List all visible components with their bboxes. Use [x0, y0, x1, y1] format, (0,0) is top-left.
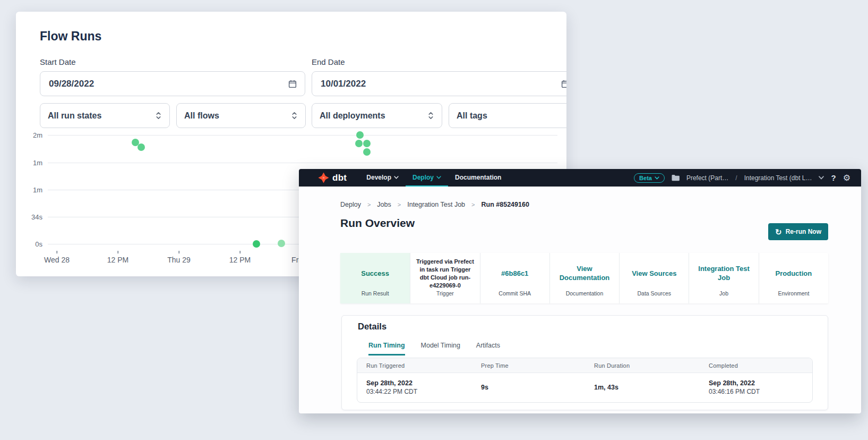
status-card-value: Success [340, 253, 410, 290]
y-axis-tick-label: 2m [16, 131, 42, 139]
beta-toggle[interactable]: Beta [634, 173, 665, 183]
flow-run-data-point[interactable] [363, 148, 371, 156]
beta-label: Beta [639, 175, 652, 181]
y-axis-tick-label: 34s [16, 213, 42, 221]
status-card-value[interactable]: Production [759, 253, 828, 290]
cell-main-text: Sep 28th, 2022 [709, 379, 812, 387]
flow-run-data-point[interactable] [363, 140, 371, 147]
nav-item-label: Documentation [455, 174, 501, 181]
run-timing-table: Run TriggeredPrep TimeRun DurationComple… [357, 358, 813, 403]
status-card-run-result: SuccessRun Result [340, 253, 410, 303]
column-header-completed: Completed [709, 362, 812, 369]
start-date-field[interactable] [40, 71, 305, 96]
calendar-icon[interactable] [561, 79, 566, 89]
cell-sub-text: 03:46:16 PM CDT [709, 388, 812, 395]
table-cell: 1m, 43s [594, 384, 709, 391]
chart-gridline [48, 163, 557, 163]
dbt-logo-text: dbt [332, 173, 347, 183]
project-separator: / [735, 174, 737, 182]
status-card-value[interactable]: View Documentation [550, 253, 619, 290]
run-states-select[interactable]: All run states [40, 103, 170, 128]
project-selector[interactable]: Prefect (Part… [686, 174, 728, 182]
end-date-field[interactable] [312, 71, 566, 96]
details-tabs: Run TimingModel TimingArtifacts [368, 342, 500, 356]
x-axis-tick-mark [178, 251, 179, 253]
chevron-down-icon[interactable] [819, 176, 824, 180]
tab-model-timing[interactable]: Model Timing [421, 342, 460, 356]
updown-chevron-icon [427, 111, 434, 120]
status-card-environment[interactable]: ProductionEnvironment [759, 253, 828, 303]
breadcrumb-item-jobs[interactable]: Jobs [377, 201, 391, 208]
help-icon[interactable]: ? [831, 173, 836, 182]
calendar-icon[interactable] [288, 79, 297, 89]
tags-value: All tags [457, 111, 487, 121]
flow-run-data-point[interactable] [132, 139, 139, 146]
rerun-now-button[interactable]: ↻ Re-run Now [768, 223, 828, 240]
x-axis-tick-mark [117, 251, 118, 253]
status-card-caption: Run Result [340, 290, 410, 303]
status-card-caption: Commit SHA [480, 290, 549, 303]
details-title: Details [358, 321, 386, 332]
flow-run-data-point[interactable] [137, 143, 145, 151]
flow-run-data-point[interactable] [356, 131, 364, 139]
nav-item-develop[interactable]: Develop [359, 169, 406, 187]
status-card-caption: Trigger [410, 290, 479, 303]
flows-select[interactable]: All flows [176, 103, 306, 128]
status-card-job[interactable]: Integration Test JobJob [689, 253, 758, 303]
status-card-documentation[interactable]: View DocumentationDocumentation [549, 253, 619, 303]
table-header: Run TriggeredPrep TimeRun DurationComple… [357, 358, 812, 373]
deployments-select[interactable]: All deployments [312, 103, 442, 128]
status-card-caption: Environment [759, 290, 828, 303]
chevron-down-icon [436, 176, 441, 179]
end-date-label: End Date [312, 57, 345, 66]
x-axis-tick-label: 12 PM [99, 256, 136, 264]
dbt-nav-items: DevelopDeployDocumentation [359, 169, 508, 187]
start-date-input[interactable] [48, 78, 288, 90]
folder-icon [672, 174, 680, 181]
status-card-value: Triggered via Prefect in task run Trigge… [410, 253, 479, 290]
cell-main-text: Sep 28th, 2022 [366, 379, 481, 387]
status-card-data-sources[interactable]: View SourcesData Sources [619, 253, 689, 303]
flow-runs-title: Flow Runs [40, 29, 101, 44]
x-axis-tick-mark [239, 251, 240, 253]
run-states-value: All run states [48, 111, 101, 121]
run-status-summary: SuccessRun ResultTriggered via Prefect i… [340, 253, 828, 303]
breadcrumb-item-deploy[interactable]: Deploy [340, 201, 361, 208]
breadcrumb-item-integration-test-job[interactable]: Integration Test Job [407, 201, 465, 208]
flow-run-data-point[interactable] [355, 140, 363, 147]
desktop-background: Flow Runs Start Date End Date All run st… [0, 0, 868, 440]
tab-artifacts[interactable]: Artifacts [476, 342, 500, 356]
status-card-value[interactable]: #6b86c1 [480, 253, 549, 290]
breadcrumb-separator: > [471, 201, 475, 208]
gear-icon[interactable]: ⚙ [843, 174, 850, 182]
y-axis-tick-label: 1m [16, 159, 42, 167]
y-axis-tick-label: 1m [16, 186, 42, 194]
x-axis-tick-label: Thu 29 [160, 256, 197, 264]
status-card-commit-sha[interactable]: #6b86c1Commit SHA [480, 253, 549, 303]
status-card-value[interactable]: Integration Test Job [689, 253, 758, 290]
nav-item-documentation[interactable]: Documentation [448, 169, 508, 187]
flows-value: All flows [184, 111, 219, 121]
chart-gridline [48, 135, 557, 136]
run-overview-title: Run Overview [340, 217, 415, 230]
cell-main-text: 1m, 43s [594, 384, 709, 391]
refresh-icon: ↻ [775, 228, 782, 236]
status-card-value[interactable]: View Sources [620, 253, 689, 290]
x-axis-tick-mark [56, 251, 57, 253]
dbt-logo[interactable]: dbt [299, 169, 347, 187]
nav-item-deploy[interactable]: Deploy [406, 169, 448, 187]
flow-run-data-point[interactable] [253, 240, 260, 248]
y-axis-tick-label: 0s [16, 240, 42, 248]
deployments-value: All deployments [320, 111, 385, 121]
column-header-prep-time: Prep Time [481, 362, 594, 369]
dbt-top-nav: dbt DevelopDeployDocumentation Beta Pref… [299, 169, 861, 187]
environment-selector[interactable]: Integration Test (dbt L… [744, 174, 812, 182]
end-date-input[interactable] [320, 78, 561, 90]
tab-run-timing[interactable]: Run Timing [368, 342, 405, 356]
flow-run-data-point[interactable] [278, 240, 285, 247]
details-card: Details Run TimingModel TimingArtifacts … [341, 315, 828, 410]
cell-main-text: 9s [481, 384, 594, 391]
tags-select[interactable]: All tags [449, 103, 566, 128]
breadcrumb-item-run-85249160: Run #85249160 [482, 201, 529, 208]
nav-item-label: Develop [366, 174, 391, 181]
